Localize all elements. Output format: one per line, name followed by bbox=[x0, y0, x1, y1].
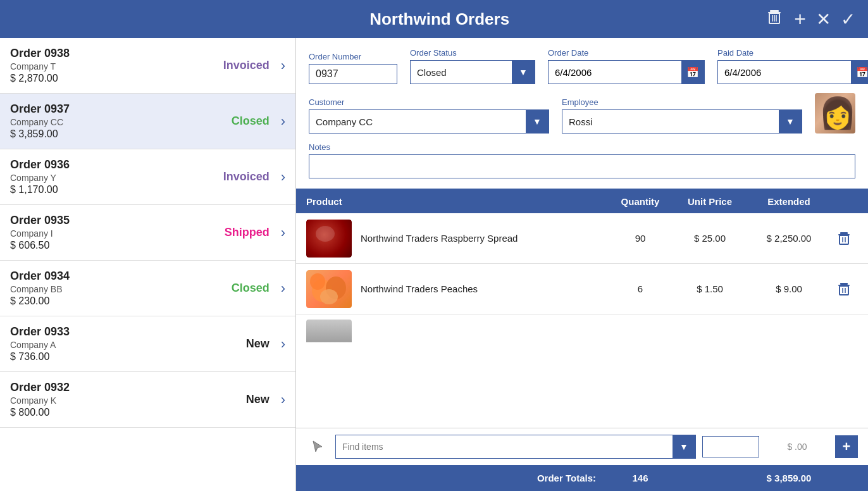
notes-input[interactable] bbox=[309, 154, 855, 178]
product-image-partial bbox=[306, 320, 352, 342]
order-status: Invoiced bbox=[206, 170, 270, 183]
order-status-input[interactable] bbox=[411, 63, 512, 82]
paid-date-wrapper: 📅 bbox=[717, 60, 868, 84]
customer-input[interactable] bbox=[309, 113, 526, 131]
chevron-right-icon: › bbox=[281, 280, 285, 297]
order-company: Company A bbox=[10, 340, 206, 350]
find-items-input[interactable] bbox=[336, 437, 673, 457]
order-status-dropdown-btn[interactable]: ▼ bbox=[512, 61, 535, 84]
order-amount: $ 1,170.00 bbox=[10, 184, 206, 196]
order-status: Invoiced bbox=[206, 59, 270, 72]
app-title: Northwind Orders bbox=[114, 9, 765, 29]
add-item-btn[interactable]: + bbox=[835, 435, 858, 458]
employee-input[interactable] bbox=[562, 113, 779, 131]
product-extended-2: $ 9.00 bbox=[748, 283, 830, 294]
order-info: Order 0936 Company Y $ 1,170.00 bbox=[10, 158, 206, 196]
order-date-input[interactable] bbox=[549, 63, 681, 82]
totals-label: Order Totals: bbox=[306, 473, 596, 483]
order-number: Order 0932 bbox=[10, 381, 206, 394]
products-list: Northwind Traders Raspberry Spread 90 $ … bbox=[296, 213, 868, 428]
table-row-partial bbox=[296, 314, 868, 342]
product-price-1: $ 25.00 bbox=[672, 233, 748, 244]
totals-row: Order Totals: 146 $ 3,859.00 bbox=[296, 465, 868, 491]
order-status-field: Order Status ▼ bbox=[410, 48, 535, 84]
product-name-2: Northwind Traders Peaches bbox=[361, 283, 609, 294]
add-item-qty-input[interactable] bbox=[702, 436, 759, 457]
delete-product-2-btn[interactable] bbox=[830, 282, 858, 297]
order-date-label: Order Date bbox=[548, 48, 705, 58]
order-status: New bbox=[206, 337, 270, 351]
order-date-field: Order Date 📅 bbox=[548, 48, 705, 84]
list-item[interactable]: Order 0936 Company Y $ 1,170.00 Invoiced… bbox=[0, 149, 295, 205]
employee-dropdown-btn[interactable]: ▼ bbox=[779, 110, 802, 133]
product-qty-1: 90 bbox=[609, 233, 672, 244]
order-info: Order 0937 Company CC $ 3,859.00 bbox=[10, 103, 206, 140]
order-number: Order 0935 bbox=[10, 214, 206, 227]
order-company: Company CC bbox=[10, 117, 206, 127]
customer-select-wrapper: ▼ bbox=[309, 109, 549, 134]
order-info: Order 0932 Company K $ 800.00 bbox=[10, 381, 206, 418]
add-icon[interactable]: + bbox=[794, 8, 806, 31]
chevron-right-icon: › bbox=[281, 225, 285, 241]
paid-date-input[interactable] bbox=[718, 63, 851, 82]
order-number: Order 0934 bbox=[10, 270, 206, 283]
totals-qty: 146 bbox=[609, 473, 672, 483]
order-number-field: Order Number bbox=[309, 52, 397, 84]
chevron-right-icon: › bbox=[281, 113, 285, 130]
col-product-header: Product bbox=[306, 196, 609, 207]
add-item-row: ▼ $ .00 + bbox=[296, 428, 868, 465]
customer-field: Customer ▼ bbox=[309, 97, 549, 134]
product-price-2: $ 1.50 bbox=[672, 283, 748, 294]
order-info: Order 0938 Company T $ 2,870.00 bbox=[10, 47, 206, 84]
list-item[interactable]: Order 0938 Company T $ 2,870.00 Invoiced… bbox=[0, 38, 295, 94]
order-number: Order 0936 bbox=[10, 158, 206, 171]
form-row-2: Customer ▼ Employee ▼ bbox=[309, 93, 855, 134]
order-status: Closed bbox=[206, 282, 270, 295]
col-price-header: Unit Price bbox=[672, 196, 748, 207]
list-item[interactable]: Order 0935 Company I $ 606.50 Shipped › bbox=[0, 205, 295, 261]
paid-date-field: Paid Date 📅 bbox=[717, 48, 868, 84]
cancel-icon[interactable]: ✕ bbox=[816, 9, 831, 30]
confirm-icon[interactable]: ✓ bbox=[841, 9, 855, 30]
list-item[interactable]: Order 0934 Company BB $ 230.00 Closed › bbox=[0, 261, 295, 316]
order-amount: $ 736.00 bbox=[10, 351, 206, 363]
list-item[interactable]: Order 0932 Company K $ 800.00 New › bbox=[0, 372, 295, 428]
col-qty-header: Quantity bbox=[609, 196, 672, 207]
main-content: Order 0938 Company T $ 2,870.00 Invoiced… bbox=[0, 38, 868, 491]
order-company: Company K bbox=[10, 395, 206, 406]
svg-point-14 bbox=[310, 273, 325, 290]
list-item[interactable]: Order 0933 Company A $ 736.00 New › bbox=[0, 316, 295, 372]
chevron-right-icon: › bbox=[281, 336, 285, 352]
chevron-right-icon: › bbox=[281, 392, 285, 408]
find-items-dropdown-btn[interactable]: ▼ bbox=[673, 435, 695, 458]
order-amount: $ 800.00 bbox=[10, 407, 206, 418]
paid-date-label: Paid Date bbox=[717, 48, 868, 58]
employee-label: Employee bbox=[562, 97, 802, 107]
order-date-calendar-btn[interactable]: 📅 bbox=[681, 61, 704, 84]
order-company: Company BB bbox=[10, 284, 206, 294]
delete-icon[interactable] bbox=[765, 8, 784, 31]
form-row-1: Order Number Order Status ▼ Order Date 📅 bbox=[309, 48, 855, 84]
list-item[interactable]: Order 0937 Company CC $ 3,859.00 Closed … bbox=[0, 94, 295, 149]
order-status: Closed bbox=[206, 115, 270, 128]
product-image-raspberry bbox=[306, 220, 352, 258]
paid-date-calendar-btn[interactable]: 📅 bbox=[851, 61, 868, 84]
form-row-3: Notes bbox=[309, 142, 855, 178]
order-status: New bbox=[206, 393, 270, 406]
svg-point-13 bbox=[320, 289, 338, 304]
peaches-image bbox=[306, 270, 352, 308]
delete-product-1-btn[interactable] bbox=[830, 231, 858, 246]
product-qty-2: 6 bbox=[609, 283, 672, 294]
order-company: Company T bbox=[10, 61, 206, 71]
order-status: Shipped bbox=[206, 226, 270, 239]
order-list: Order 0938 Company T $ 2,870.00 Invoiced… bbox=[0, 38, 296, 491]
order-number: Order 0933 bbox=[10, 325, 206, 339]
customer-dropdown-btn[interactable]: ▼ bbox=[526, 110, 549, 133]
products-table-header: Product Quantity Unit Price Extended bbox=[296, 190, 868, 213]
order-amount: $ 606.50 bbox=[10, 240, 206, 251]
employee-photo bbox=[815, 93, 855, 134]
order-status-label: Order Status bbox=[410, 48, 535, 58]
employee-select-wrapper: ▼ bbox=[562, 109, 802, 134]
product-name-1: Northwind Traders Raspberry Spread bbox=[361, 233, 609, 244]
order-number-input[interactable] bbox=[309, 64, 397, 84]
